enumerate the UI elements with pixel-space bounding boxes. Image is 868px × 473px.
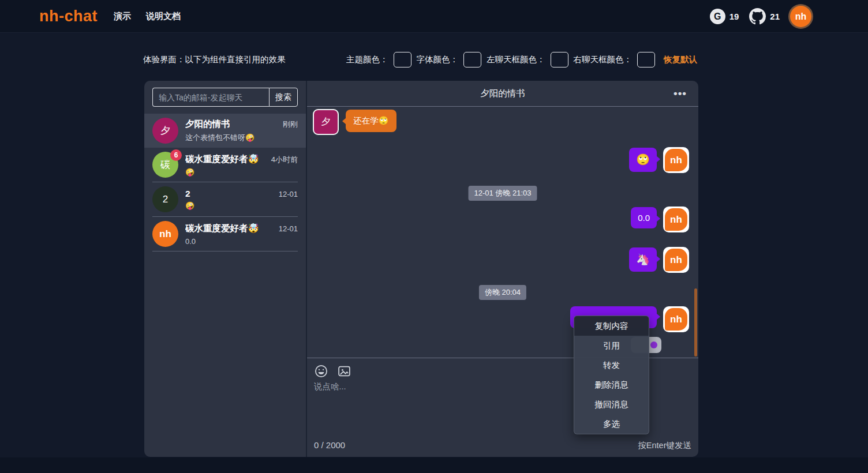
- chat-name: 夕阳的情书: [185, 118, 230, 130]
- search-button[interactable]: 搜索: [269, 88, 298, 107]
- chat-header: 夕阳的情书 •••: [307, 81, 698, 107]
- chat-time: 4小时前: [267, 155, 298, 165]
- avatar: 夕: [152, 118, 178, 144]
- chat-time: 12-01: [274, 190, 298, 198]
- avatar: 碳6: [152, 152, 178, 178]
- chat-title: 夕阳的情书: [480, 88, 525, 100]
- message-right: nh: [663, 306, 689, 332]
- sticker-fragment: [650, 341, 657, 348]
- right-bubble-color-picker[interactable]: [637, 52, 655, 67]
- chat-list-item-4[interactable]: nh 碳水重度爱好者🤯 12-01 0.0: [144, 217, 306, 251]
- message-right: 0.0 nh: [631, 207, 689, 232]
- message-right: 🦄 nh: [629, 247, 689, 273]
- nav-link-demo[interactable]: 演示: [114, 11, 131, 22]
- chat-last-message: 0.0: [185, 237, 298, 246]
- emoji-picker-icon[interactable]: [314, 364, 328, 378]
- chat-time: 刚刚: [278, 119, 298, 130]
- conversation-sidebar: 搜索 夕 夕阳的情书 刚刚 这个表情包不错呀🤪 碳6 碳水重度爱好者🤯: [144, 81, 306, 457]
- timestamp-pill: 12-01 傍晚 21:03: [468, 186, 537, 201]
- chat-name: 碳水重度爱好者🤯: [185, 153, 259, 166]
- font-color-picker[interactable]: [463, 52, 481, 67]
- theme-color-picker[interactable]: [394, 52, 411, 67]
- font-color-label: 字体颜色：: [417, 54, 459, 65]
- github-icon: [749, 8, 766, 25]
- more-options-icon[interactable]: •••: [674, 91, 687, 96]
- char-count: 0 / 2000: [314, 440, 345, 451]
- message-right: 🙄 nh: [629, 147, 689, 173]
- gitee-star-count: 19: [729, 12, 739, 21]
- avatar: 2: [152, 186, 178, 212]
- footer-strip: [0, 457, 868, 473]
- left-bubble-color-picker[interactable]: [551, 52, 568, 67]
- left-bubble-color-label: 左聊天框颜色：: [487, 54, 545, 65]
- right-bubble-color-label: 右聊天框颜色：: [574, 54, 633, 65]
- chat-meta: 碳水重度爱好者🤯 12-01 0.0: [185, 223, 298, 246]
- chat-last-message: 这个表情包不错呀🤪: [185, 133, 298, 143]
- self-avatar: nh: [663, 207, 689, 232]
- navbar: nh-chat 演示 说明文档 G 19 21 nh: [0, 0, 868, 33]
- gitee-repo-link[interactable]: G 19: [710, 9, 739, 24]
- menu-item-recall[interactable]: 撤回消息: [574, 395, 649, 414]
- experience-intro-text: 体验界面：以下为组件直接引用的效果: [143, 54, 286, 65]
- gitee-icon: G: [710, 9, 725, 24]
- chat-meta: 夕阳的情书 刚刚 这个表情包不错呀🤪: [185, 118, 298, 143]
- menu-item-multiselect[interactable]: 多选: [574, 414, 649, 434]
- messages-scroll-region[interactable]: 夕 还在学🙄 🙄 nh 12-01 傍晚 21:03 0.0 nh 🦄: [307, 107, 698, 358]
- nav-links: 演示 说明文档: [114, 11, 181, 22]
- avatar: nh: [152, 221, 178, 247]
- chat-list-item-1[interactable]: 夕 夕阳的情书 刚刚 这个表情包不错呀🤪: [144, 114, 306, 148]
- app-screen: nh-chat 演示 说明文档 G 19 21 nh 体验界面：以下为组件直接引…: [0, 0, 868, 473]
- nav-link-docs[interactable]: 说明文档: [146, 11, 181, 22]
- message-bubble-right[interactable]: 🦄: [629, 247, 657, 272]
- timestamp-pill: 傍晚 20:04: [479, 285, 526, 300]
- menu-item-forward[interactable]: 转发: [574, 355, 649, 375]
- self-avatar: nh: [663, 306, 689, 332]
- chat-area: 夕阳的情书 ••• 夕 还在学🙄 🙄 nh 12-01 傍晚 21:03: [307, 81, 698, 457]
- user-avatar[interactable]: nh: [790, 6, 811, 27]
- message-left: 夕 还在学🙄: [313, 109, 396, 135]
- search-input[interactable]: [152, 88, 269, 107]
- message-bubble-left[interactable]: 还在学🙄: [346, 110, 396, 132]
- menu-item-copy[interactable]: 复制内容: [574, 316, 649, 336]
- chat-list-item-2[interactable]: 碳6 碳水重度爱好者🤯 4小时前 🤪: [144, 148, 306, 182]
- chat-name: 碳水重度爱好者🤯: [185, 223, 259, 235]
- chat-last-message: 🤪: [185, 201, 298, 210]
- chat-list-item-3[interactable]: 2 2 12-01 🤪: [144, 182, 306, 216]
- chat-meta: 碳水重度爱好者🤯 4小时前 🤪: [185, 153, 298, 177]
- image-upload-icon[interactable]: [337, 364, 351, 378]
- unread-badge: 6: [170, 149, 182, 161]
- chat-meta: 2 12-01 🤪: [185, 189, 298, 210]
- app-logo: nh-chat: [39, 7, 98, 25]
- divider: [152, 251, 298, 251]
- chat-time: 12-01: [274, 224, 298, 233]
- search-area: 搜索: [144, 81, 306, 114]
- menu-item-quote[interactable]: 引用: [574, 336, 649, 355]
- self-avatar: nh: [663, 247, 689, 273]
- chat-last-message: 🤪: [185, 168, 298, 177]
- message-bubble-right[interactable]: 0.0: [631, 207, 657, 228]
- message-bubble-right[interactable]: 🙄: [629, 148, 657, 172]
- github-repo-link[interactable]: 21: [749, 8, 780, 25]
- chat-panel: 搜索 夕 夕阳的情书 刚刚 这个表情包不错呀🤪 碳6 碳水重度爱好者🤯: [144, 81, 698, 457]
- color-pickers: 主题颜色： 字体颜色： 左聊天框颜色： 右聊天框颜色： 恢复默认: [346, 52, 697, 67]
- navbar-right: G 19 21 nh: [710, 0, 811, 33]
- input-footer: 0 / 2000 按Enter键发送: [314, 440, 691, 451]
- peer-avatar: 夕: [313, 109, 339, 135]
- chat-scrollbar-thumb[interactable]: [694, 288, 697, 356]
- send-hint: 按Enter键发送: [638, 440, 691, 451]
- chat-name: 2: [185, 189, 190, 199]
- reset-defaults-button[interactable]: 恢复默认: [664, 54, 697, 65]
- self-avatar: nh: [663, 147, 689, 173]
- settings-row: 体验界面：以下为组件直接引用的效果 主题颜色： 字体颜色： 左聊天框颜色： 右聊…: [143, 51, 697, 68]
- menu-item-delete[interactable]: 删除消息: [574, 375, 649, 395]
- github-star-count: 21: [770, 12, 780, 21]
- message-context-menu: 复制内容 引用 转发 删除消息 撤回消息 多选: [574, 316, 649, 434]
- theme-color-label: 主题颜色：: [346, 54, 388, 65]
